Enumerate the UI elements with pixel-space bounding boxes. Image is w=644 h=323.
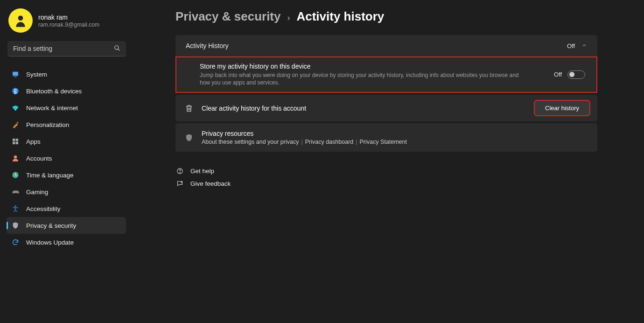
svg-rect-11 [16,142,18,144]
bluetooth-icon [11,87,20,95]
sidebar-item-label: Windows Update [26,239,74,246]
resources-links: About these settings and your privacy|Pr… [202,139,407,145]
breadcrumb: Privacy & security › Activity history [175,9,597,24]
sidebar: ronak ram ram.ronak.9@gmail.com System B… [0,0,145,323]
sidebar-item-accounts[interactable]: Accounts [7,150,126,167]
sidebar-item-time[interactable]: Time & language [7,167,126,183]
breadcrumb-current: Activity history [296,9,384,24]
activity-history-card: Activity History Off Store my activity h… [175,35,597,93]
clear-history-row: Clear activity history for this account … [175,95,597,121]
store-history-toggle[interactable] [567,70,585,79]
card-state: Off [567,42,575,49]
nav-list: System Bluetooth & devices Network & int… [0,66,145,251]
sidebar-item-label: Apps [26,138,41,145]
svg-rect-1 [19,16,22,17]
sidebar-item-apps[interactable]: Apps [7,133,126,150]
sidebar-item-bluetooth[interactable]: Bluetooth & devices [7,83,126,99]
user-email: ram.ronak.9@gmail.com [38,21,99,28]
sidebar-item-network[interactable]: Network & internet [7,99,126,116]
get-help-label: Get help [190,168,214,175]
footer-links: Get help Give feedback [175,165,597,190]
svg-point-15 [14,205,16,207]
shield-icon [185,133,193,142]
chevron-right-icon: › [287,13,290,23]
search-container [7,41,126,56]
clear-history-button[interactable]: Clear history [535,101,589,115]
sidebar-item-label: Accounts [26,155,52,162]
accessibility-icon [11,205,20,212]
resources-title: Privacy resources [202,130,407,137]
svg-rect-7 [16,121,19,124]
toggle-knob [569,72,574,77]
svg-rect-4 [13,72,18,76]
main-content: Privacy & security › Activity history Ac… [145,0,644,323]
personalization-icon [11,121,20,128]
give-feedback-label: Give feedback [190,180,231,187]
resources-link-1[interactable]: About these settings and your privacy [202,139,299,145]
system-icon [11,70,20,78]
time-icon [11,171,20,179]
sidebar-item-personalization[interactable]: Personalization [7,116,126,133]
user-name: ronak ram [38,14,99,21]
sidebar-item-label: Accessibility [26,205,61,212]
sidebar-item-label: System [26,71,47,78]
network-icon [11,104,20,112]
search-input[interactable] [7,41,126,56]
sidebar-item-gaming[interactable]: Gaming [7,183,126,200]
store-history-desc: Jump back into what you were doing on yo… [200,71,526,86]
svg-rect-10 [13,142,15,144]
user-profile[interactable]: ronak ram ram.ronak.9@gmail.com [0,8,145,41]
card-title: Activity History [186,42,229,49]
sidebar-item-label: Personalization [26,121,69,128]
store-history-row: Store my activity history on this device… [175,56,597,93]
chevron-up-icon [581,42,587,50]
clear-history-title: Clear activity history for this account [202,105,306,112]
activity-history-header[interactable]: Activity History Off [175,35,597,56]
resources-link-2[interactable]: Privacy dashboard [305,139,354,145]
sidebar-item-label: Network & internet [26,105,78,112]
breadcrumb-parent[interactable]: Privacy & security [175,9,280,24]
trash-icon [185,104,193,112]
svg-point-12 [14,155,17,159]
shield-icon [11,222,20,229]
svg-point-18 [181,182,182,183]
svg-rect-8 [13,139,15,141]
help-icon [175,168,184,175]
get-help-link[interactable]: Get help [175,165,597,177]
apps-icon [11,138,20,145]
gaming-icon [11,188,20,196]
sidebar-item-system[interactable]: System [7,66,126,83]
accounts-icon [11,154,20,162]
give-feedback-link[interactable]: Give feedback [175,177,597,190]
sidebar-item-privacy[interactable]: Privacy & security [7,217,126,234]
sidebar-item-label: Time & language [26,172,74,179]
sidebar-item-update[interactable]: Windows Update [7,234,126,251]
feedback-icon [175,180,184,187]
toggle-state: Off [554,71,562,78]
privacy-resources-row[interactable]: Privacy resources About these settings a… [175,123,597,152]
svg-rect-5 [14,77,16,77]
svg-rect-9 [16,139,18,141]
sidebar-item-label: Gaming [26,189,48,196]
sidebar-item-label: Bluetooth & devices [26,88,82,95]
update-icon [11,239,20,246]
sidebar-item-accessibility[interactable]: Accessibility [7,200,126,217]
sidebar-item-label: Privacy & security [26,222,76,229]
avatar [8,8,33,33]
store-history-title: Store my activity history on this device [200,63,526,70]
svg-point-17 [180,173,180,173]
resources-link-3[interactable]: Privacy Statement [360,139,407,145]
